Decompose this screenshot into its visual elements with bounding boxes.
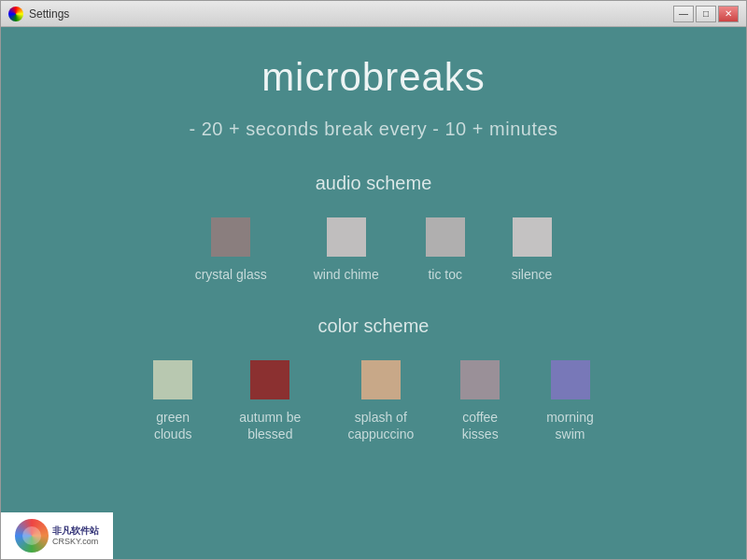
watermark-site-url: CRSKY.com — [52, 537, 99, 548]
watermark-logo — [15, 519, 49, 553]
color-swatch — [460, 360, 500, 399]
close-button[interactable]: ✕ — [718, 6, 739, 22]
app-icon — [8, 7, 23, 21]
app-title: microbreaks — [261, 55, 486, 100]
color-scheme-label: coffeekisses — [462, 409, 499, 442]
audio-scheme-label: wind chime — [314, 266, 379, 283]
audio-swatch — [211, 217, 250, 257]
window-controls: — □ ✕ — [673, 6, 739, 22]
watermark-site-title: 非凡软件站 — [52, 525, 99, 537]
color-scheme-label: greenclouds — [154, 409, 191, 442]
color-section-title: color scheme — [318, 315, 430, 337]
color-swatch — [153, 360, 192, 399]
maximize-button[interactable]: □ — [696, 6, 716, 22]
color-scheme-label: morningswim — [546, 409, 594, 442]
color-scheme-item[interactable]: morningswim — [546, 360, 594, 442]
color-swatch — [361, 360, 401, 399]
color-scheme-label: splash ofcappuccino — [347, 409, 414, 442]
audio-scheme-label: silence — [512, 266, 553, 283]
color-scheme-item[interactable]: splash ofcappuccino — [347, 360, 414, 442]
audio-scheme-label: tic toc — [428, 266, 462, 283]
settings-window: Settings — □ ✕ microbreaks - 20 + second… — [0, 0, 747, 560]
color-swatch — [551, 360, 590, 399]
audio-scheme-item[interactable]: tic toc — [426, 217, 465, 283]
audio-scheme-item[interactable]: crystal glass — [195, 217, 267, 283]
main-content: microbreaks - 20 + seconds break every -… — [1, 27, 746, 559]
title-bar: Settings — □ ✕ — [1, 1, 746, 27]
window-title: Settings — [29, 7, 69, 21]
title-bar-left: Settings — [8, 7, 69, 21]
audio-swatch — [513, 217, 552, 257]
audio-scheme-item[interactable]: wind chime — [314, 217, 379, 283]
color-swatch — [250, 360, 289, 399]
audio-swatch — [426, 217, 465, 257]
color-scheme-item[interactable]: greenclouds — [153, 360, 192, 442]
color-scheme-row: greenclouds autumn beblessed splash ofca… — [153, 360, 594, 442]
color-scheme-label: autumn beblessed — [239, 409, 301, 442]
minimize-button[interactable]: — — [673, 6, 694, 22]
audio-scheme-item[interactable]: silence — [512, 217, 553, 283]
color-scheme-item[interactable]: coffeekisses — [460, 360, 500, 442]
watermark-text: 非凡软件站 CRSKY.com — [52, 525, 99, 548]
audio-scheme-label: crystal glass — [195, 266, 267, 283]
audio-swatch — [327, 217, 366, 257]
audio-section-title: audio scheme — [316, 173, 432, 194]
break-description: - 20 + seconds break every - 10 + minute… — [189, 119, 557, 140]
color-scheme-item[interactable]: autumn beblessed — [239, 360, 301, 442]
watermark: 非凡软件站 CRSKY.com — [1, 512, 113, 559]
audio-scheme-row: crystal glass wind chime tic toc silence — [195, 217, 553, 283]
